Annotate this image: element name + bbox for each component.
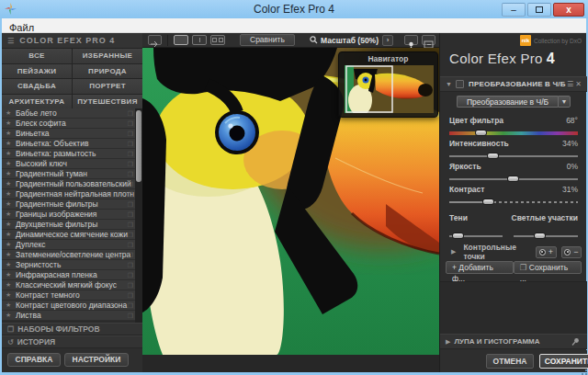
favorite-star-icon[interactable]: ★ [6, 260, 11, 269]
cancel-button[interactable]: ОТМЕНА [486, 354, 534, 369]
filter-list-item[interactable]: ★ Контраст цветового диапазона ❐ [2, 301, 142, 311]
compare-button[interactable]: Сравнить [240, 34, 295, 46]
save-recipe-button[interactable]: ❐ Сохранить ... [514, 261, 582, 274]
favorite-star-icon[interactable]: ★ [6, 280, 11, 290]
filter-list-item[interactable]: ★ Зернистость ❐ [2, 260, 142, 270]
add-filter-button[interactable]: + Добавить ф... [446, 261, 514, 274]
close-button[interactable]: x [553, 3, 584, 17]
filter-sets-section[interactable]: ❐НАБОРЫ ФИЛЬТРОВ [2, 323, 142, 335]
slider-track[interactable] [449, 199, 578, 205]
favorite-star-icon[interactable]: ★ [6, 230, 11, 239]
filter-list-item[interactable]: ★ Динамическое смягчение кожи ❐ [2, 230, 142, 240]
filter-list-item[interactable]: ★ Виньетка ❐ [2, 129, 142, 139]
side-by-side-view-icon[interactable] [210, 35, 225, 45]
loupe-histogram-section[interactable]: ▶ ЛУПА И ГИСТОГРАММА [440, 334, 587, 349]
favorite-star-icon[interactable]: ★ [6, 129, 11, 138]
filter-list-item[interactable]: ★ Градиентные фильтры ❐ [2, 199, 142, 210]
save-button[interactable]: СОХРАНИТЬ [539, 354, 588, 369]
maximize-button[interactable] [527, 3, 551, 17]
category-button[interactable]: ИЗБРАННЫЕ [73, 49, 142, 63]
shadows-slider[interactable] [449, 233, 503, 239]
category-button[interactable]: СВАДЬБА [2, 79, 72, 94]
filter-list-item[interactable]: ★ Блеск софита ❐ [2, 119, 142, 129]
method-dropdown[interactable]: Преобразование в Ч/Б ▼ [457, 96, 571, 108]
favorite-star-icon[interactable]: ★ [6, 220, 11, 229]
add-control-point-button[interactable]: + [536, 246, 556, 258]
method-dropdown-value[interactable]: Преобразование в Ч/Б [457, 96, 558, 108]
slider-handle[interactable] [507, 176, 519, 182]
filter-list-item[interactable]: ★ Градиентный пользовательский ❐ [2, 179, 142, 189]
slider-track[interactable] [449, 153, 578, 159]
filter-list-item[interactable]: ★ Границы изображения ❐ [2, 210, 142, 220]
slider-handle[interactable] [482, 199, 494, 205]
remove-control-point-button[interactable]: − [561, 246, 582, 258]
filter-list-item[interactable]: ★ Инфракрасная пленка ❐ [2, 270, 142, 280]
slider-track[interactable] [449, 176, 578, 182]
expand-triangle-icon[interactable]: ▶ [451, 248, 456, 256]
favorite-star-icon[interactable]: ★ [6, 108, 11, 118]
collapse-triangle-icon[interactable]: ▼ [446, 81, 452, 87]
filter-enabled-checkbox[interactable] [456, 80, 464, 88]
favorite-star-icon[interactable]: ★ [6, 199, 11, 209]
dropdown-arrow-icon[interactable]: ▼ [558, 96, 571, 108]
highlights-slider[interactable] [514, 233, 578, 239]
hide-panels-icon[interactable] [422, 35, 435, 45]
filter-list-item[interactable]: ★ Высокий ключ ❐ [2, 159, 142, 169]
settings-button[interactable]: НАСТРОЙКИ [64, 353, 129, 367]
favorite-star-icon[interactable]: ★ [6, 179, 11, 188]
filter-list-item[interactable]: ★ Дуплекс ❐ [2, 240, 142, 250]
favorite-star-icon[interactable]: ★ [6, 240, 11, 249]
favorite-star-icon[interactable]: ★ [6, 169, 11, 178]
favorite-star-icon[interactable]: ★ [6, 270, 11, 279]
filter-list-item[interactable]: ★ Листва ❐ [2, 311, 142, 321]
slider-handle[interactable] [534, 233, 546, 239]
expand-triangle-icon[interactable]: ▶ [446, 338, 450, 346]
filter-list-item[interactable]: ★ Виньетка: Объектив ❐ [2, 139, 142, 149]
favorite-star-icon[interactable]: ★ [6, 301, 11, 310]
scrollbar-thumb[interactable] [136, 110, 141, 182]
pin-icon[interactable] [571, 337, 580, 346]
resize-grip[interactable] [580, 368, 587, 375]
filter-list-item[interactable]: ★ Градиентный туман ❐ [2, 169, 142, 179]
filter-list-item[interactable]: ★ Бабье лето ❐ [2, 108, 142, 119]
filter-list-item[interactable]: ★ Контраст темного ❐ [2, 290, 142, 301]
favorite-star-icon[interactable]: ★ [6, 250, 11, 259]
slider-track[interactable] [449, 130, 578, 136]
zoom-control[interactable]: Масштаб (50%) › [310, 35, 393, 46]
category-button[interactable]: ПРИРОДА [73, 64, 142, 79]
export-panel-icon[interactable] [148, 35, 162, 45]
preset-menu-icon[interactable]: ☰ [567, 80, 573, 88]
minimize-button[interactable]: – [502, 3, 526, 17]
filter-list-item[interactable]: ★ Классический мягкий фокус ❐ [2, 280, 142, 290]
filter-list-item[interactable]: ★ Затемнение/осветление центра ❐ [2, 250, 142, 260]
favorite-star-icon[interactable]: ★ [6, 311, 11, 320]
slider-handle[interactable] [475, 130, 487, 136]
navigator-thumbnail[interactable] [345, 65, 434, 113]
favorite-star-icon[interactable]: ★ [6, 119, 11, 128]
zoom-dropdown-arrow[interactable]: › [382, 35, 393, 46]
slider-handle[interactable] [452, 233, 464, 239]
filter-list-item[interactable]: ★ Виньетка: размытость ❐ [2, 149, 142, 159]
image-canvas[interactable]: Навигатор [142, 48, 439, 355]
split-view-icon[interactable] [192, 35, 207, 45]
history-section[interactable]: ↺ИСТОРИЯ [2, 335, 142, 348]
slider-handle[interactable] [487, 153, 499, 159]
filter-list-item[interactable]: ★ Двухцветные фильтры ❐ [2, 220, 142, 230]
filter-list-scrollbar[interactable] [135, 108, 142, 323]
category-button[interactable]: ВСЕ [2, 49, 72, 63]
filter-section-header[interactable]: ▼ ПРЕОБРАЗОВАНИЕ В Ч/Б ☰ ✕ [440, 76, 587, 92]
favorite-star-icon[interactable]: ★ [6, 149, 11, 158]
background-color-icon[interactable] [404, 35, 418, 45]
filter-list-item[interactable]: ★ Градиентная нейтральная плотн ❐ [2, 189, 142, 199]
single-view-icon[interactable] [174, 35, 188, 45]
remove-filter-icon[interactable]: ✕ [575, 80, 582, 88]
favorite-star-icon[interactable]: ★ [6, 210, 11, 219]
favorite-star-icon[interactable]: ★ [6, 139, 11, 148]
help-button[interactable]: СПРАВКА [7, 353, 61, 367]
category-button[interactable]: ПУТЕШЕСТВИЯ [73, 95, 142, 109]
hamburger-icon[interactable]: ☰ [7, 33, 15, 49]
favorite-star-icon[interactable]: ★ [6, 159, 11, 168]
favorite-star-icon[interactable]: ★ [6, 290, 11, 300]
category-button[interactable]: ПОРТРЕТ [73, 79, 142, 94]
navigator-panel[interactable]: Навигатор [338, 51, 438, 118]
